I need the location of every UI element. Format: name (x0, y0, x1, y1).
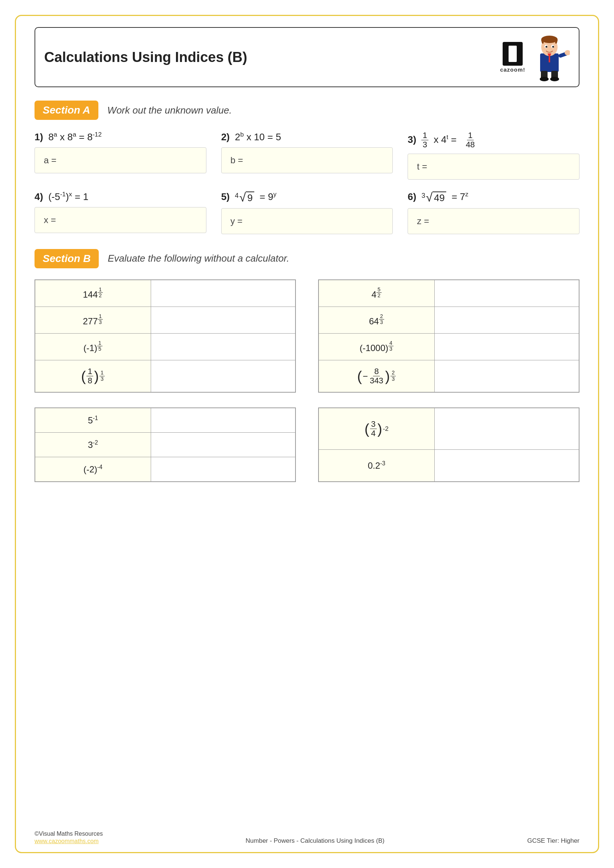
expr-cell: 5-1 (35, 408, 151, 433)
expr-cell: (-1)15 (35, 333, 151, 360)
page: Calculations Using Indices (B) cazoom! (15, 15, 599, 853)
answer-cell (434, 307, 579, 333)
section-b-badge: Section B (34, 249, 99, 268)
problem-4: 4) (-5-1)x = 1 x = (34, 191, 206, 234)
problem-5-expr: 4 √ 9 = 9y (235, 191, 276, 203)
table-row: 452 (318, 280, 579, 307)
problem-5-answer-label: y = (231, 216, 243, 226)
problem-5-question: 5) 4 √ 9 = 9y (221, 191, 393, 203)
problem-2-expr: 2b x 10 = 5 (235, 131, 281, 143)
problem-2-number: 2) (221, 131, 230, 143)
expr-cell: ( 34 ) -2 (318, 408, 434, 450)
cazoom-text: cazoom! (500, 67, 525, 73)
problem-2-question: 2) 2b x 10 = 5 (221, 131, 393, 143)
section-b-table-row-1: 14412 27713 (-1)15 (34, 279, 580, 393)
cazoom-icon (502, 42, 523, 66)
problem-3-answer: t = (408, 153, 580, 180)
frac-1-3: 13 (421, 131, 428, 149)
problem-5: 5) 4 √ 9 = 9y y = (221, 191, 393, 234)
cazoom-logo: cazoom! (500, 42, 525, 73)
section-b-instruction: Evaluate the following without a calcula… (108, 253, 289, 264)
expr-cell: ( − 8343 ) 23 (318, 360, 434, 392)
expr-cell: (-1000)43 (318, 333, 434, 360)
sqrt-3-49: 3 √ 49 (421, 192, 446, 204)
problem-6-answer-label: z = (417, 216, 429, 226)
problem-1-answer-label: a = (44, 155, 56, 166)
problem-1-answer: a = (34, 147, 206, 173)
eval-table-4: ( 34 ) -2 0.2-3 (318, 408, 580, 482)
svg-point-16 (550, 77, 559, 81)
problem-4-expr: (-5-1)x = 1 (48, 191, 88, 203)
answer-cell (151, 333, 296, 360)
expr-cell: 14412 (35, 280, 151, 307)
table-row: ( 18 ) 13 (35, 360, 296, 392)
svg-point-8 (552, 46, 554, 48)
problem-3-number: 3) (408, 134, 416, 146)
problem-4-number: 4) (34, 191, 43, 203)
footer-right: GCSE Tier: Higher (527, 837, 580, 845)
section-a-header: Section A Work out the unknown value. (34, 101, 580, 120)
svg-rect-10 (549, 57, 550, 62)
footer-link: www.cazoommaths.com (34, 838, 103, 845)
header-box: Calculations Using Indices (B) cazoom! (34, 27, 580, 87)
section-a-badge: Section A (34, 101, 98, 120)
problem-3-question: 3) 13 x 4t = 148 (408, 131, 580, 149)
section-a-instruction: Work out the unknown value. (107, 105, 232, 116)
expr-cell: 0.2-3 (318, 450, 434, 482)
section-a-problems: 1) 8a x 8a = 8-12 a = 2) 2b x 10 = 5 b = (34, 131, 580, 234)
svg-point-7 (546, 46, 547, 48)
answer-cell (151, 307, 296, 333)
paren-frac-3-4: ( 34 ) -2 (364, 420, 389, 438)
answer-cell (434, 360, 579, 392)
answer-cell (434, 408, 579, 450)
problem-3-expr: 13 x 4t = 148 (421, 131, 476, 149)
answer-cell (151, 360, 296, 392)
table-row: (-1000)43 (318, 333, 579, 360)
problem-2: 2) 2b x 10 = 5 b = (221, 131, 393, 180)
eval-table-1: 14412 27713 (-1)15 (34, 279, 296, 393)
paren-frac-neg-8-343: ( − 8343 ) 23 (357, 367, 396, 385)
eval-table-2: 452 6423 (-1000)43 (318, 279, 580, 393)
expr-cell: 6423 (318, 307, 434, 333)
footer-center: Number - Powers - Calculations Using Ind… (246, 837, 385, 845)
expr-cell: (-2)-4 (35, 457, 151, 482)
expr-cell: 3-2 (35, 433, 151, 457)
section-b-header: Section B Evaluate the following without… (34, 249, 580, 268)
footer-copyright: ©Visual Maths Resources (34, 831, 103, 837)
table-row: 14412 (35, 280, 296, 307)
cazoom-icon-inner (509, 46, 517, 62)
footer: ©Visual Maths Resources www.cazoommaths.… (34, 831, 580, 845)
problem-6-answer: z = (408, 208, 580, 234)
page-title: Calculations Using Indices (B) (44, 50, 247, 65)
expr-cell: 452 (318, 280, 434, 307)
header-right: cazoom! (500, 33, 570, 81)
problem-4-question: 4) (-5-1)x = 1 (34, 191, 206, 203)
problem-5-answer: y = (221, 208, 393, 234)
problem-1-expr: 8a x 8a = 8-12 (48, 131, 102, 143)
answer-cell (434, 450, 579, 482)
problem-1-number: 1) (34, 131, 43, 143)
character-illustration (529, 33, 570, 81)
problem-5-number: 5) (221, 191, 230, 203)
problem-6: 6) 3 √ 49 = 7z z = (408, 191, 580, 234)
problem-3: 3) 13 x 4t = 148 t = (408, 131, 580, 180)
table-row: 3-2 (35, 433, 296, 457)
svg-point-15 (540, 77, 549, 81)
sqrt-4-9: 4 √ 9 (235, 192, 254, 204)
section-b-table-row-2: 5-1 3-2 (-2)-4 ( 34 (34, 408, 580, 482)
problem-1-question: 1) 8a x 8a = 8-12 (34, 131, 206, 143)
table-row: ( − 8343 ) 23 (318, 360, 579, 392)
answer-cell (151, 408, 296, 433)
answer-cell (434, 333, 579, 360)
problem-4-answer-label: x = (44, 215, 56, 225)
answer-cell (434, 280, 579, 307)
expr-cell: ( 18 ) 13 (35, 360, 151, 392)
problem-2-answer: b = (221, 147, 393, 173)
paren-frac-1-8: ( 18 ) 13 (81, 367, 105, 385)
table-row: 0.2-3 (318, 450, 579, 482)
answer-cell (151, 457, 296, 482)
answer-cell (151, 280, 296, 307)
table-row: (-1)15 (35, 333, 296, 360)
table-row: 5-1 (35, 408, 296, 433)
eval-table-3: 5-1 3-2 (-2)-4 (34, 408, 296, 482)
